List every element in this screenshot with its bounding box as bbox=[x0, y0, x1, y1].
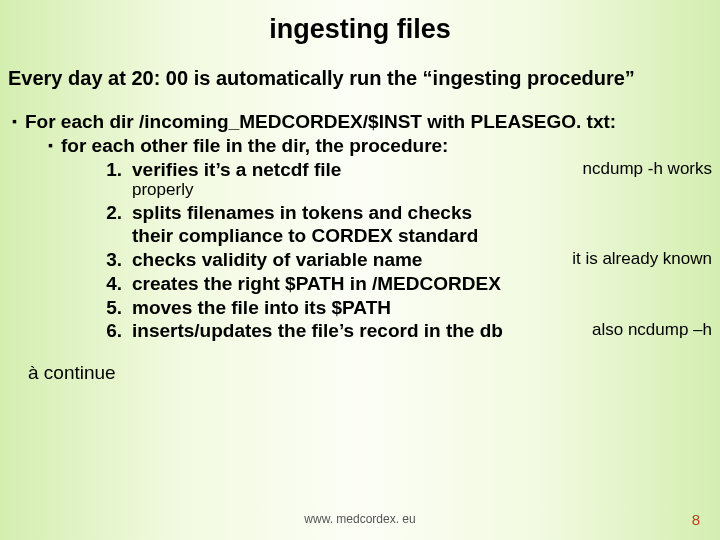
page-number: 8 bbox=[692, 511, 700, 528]
item-note-continued: properly bbox=[132, 179, 712, 200]
item-number: 3. bbox=[96, 248, 122, 272]
item-text: inserts/updates the file’s record in the… bbox=[132, 320, 503, 341]
slide-content: ▪For each dir /incoming_MEDCORDEX/$INST … bbox=[8, 110, 712, 385]
continue-line: à continue bbox=[28, 361, 712, 385]
bullet-level2: ▪for each other file in the dir, the pro… bbox=[48, 134, 712, 158]
list-item: 4.creates the right $PATH in /MEDCORDEX bbox=[8, 272, 712, 296]
list-item: 6.inserts/updates the file’s record in t… bbox=[8, 319, 712, 343]
bullet2-text: for each other file in the dir, the proc… bbox=[61, 135, 448, 156]
slide-subtitle: Every day at 20: 00 is automatically run… bbox=[8, 67, 712, 90]
slide: ingesting files Every day at 20: 00 is a… bbox=[0, 0, 720, 540]
item-number-blank bbox=[96, 224, 122, 248]
list-item-line2: their compliance to CORDEX standard bbox=[8, 224, 712, 248]
footer-url: www. medcordex. eu bbox=[0, 512, 720, 526]
item-number: 1. bbox=[96, 158, 122, 182]
item-number: 4. bbox=[96, 272, 122, 296]
item-note: ncdump -h works bbox=[577, 158, 712, 179]
list-item: 3.checks validity of variable name it is… bbox=[8, 248, 712, 272]
bullet-icon: ▪ bbox=[48, 137, 53, 155]
item-text: checks validity of variable name bbox=[132, 249, 422, 270]
item-note: also ncdump –h bbox=[586, 319, 712, 340]
item-number: 5. bbox=[96, 296, 122, 320]
item-text2: their compliance to CORDEX standard bbox=[132, 225, 478, 246]
item-number: 6. bbox=[96, 319, 122, 343]
bullet-level1: ▪For each dir /incoming_MEDCORDEX/$INST … bbox=[12, 110, 712, 134]
list-item: 2.splits filenames in tokens and checks bbox=[8, 201, 712, 225]
item-text: creates the right $PATH in /MEDCORDEX bbox=[132, 273, 501, 294]
slide-title: ingesting files bbox=[8, 14, 712, 45]
list-item: 1.verifies it’s a netcdf file ncdump -h … bbox=[8, 158, 712, 182]
item-text: verifies it’s a netcdf file bbox=[132, 159, 341, 180]
item-number: 2. bbox=[96, 201, 122, 225]
bullet-icon: ▪ bbox=[12, 113, 17, 131]
item-text: moves the file into its $PATH bbox=[132, 297, 391, 318]
list-item: 5.moves the file into its $PATH bbox=[8, 296, 712, 320]
item-note: it is already known bbox=[566, 248, 712, 269]
bullet1-text: For each dir /incoming_MEDCORDEX/$INST w… bbox=[25, 111, 616, 132]
item-text: splits filenames in tokens and checks bbox=[132, 202, 472, 223]
